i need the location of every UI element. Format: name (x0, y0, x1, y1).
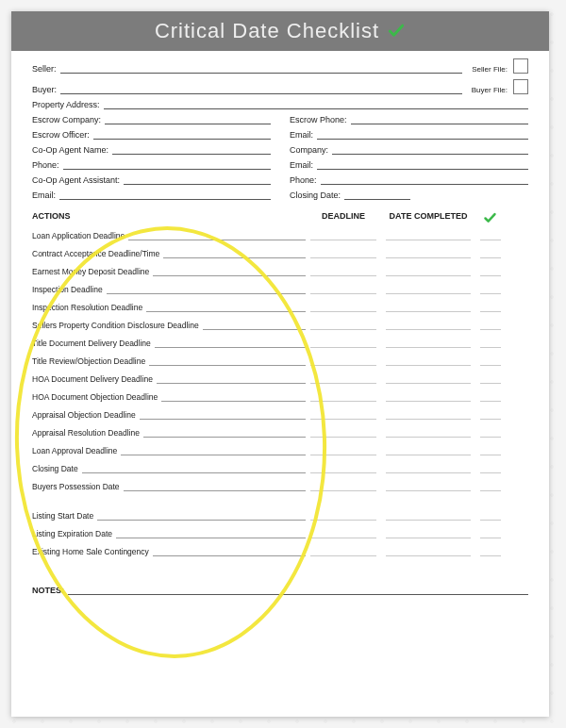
done-check-field[interactable] (480, 428, 501, 438)
info-input-line[interactable] (63, 160, 271, 170)
info-input-line[interactable] (105, 115, 271, 124)
date-completed-field[interactable] (386, 482, 471, 491)
action-label: Title Document Delivery Deadline (32, 339, 155, 348)
done-check-field[interactable] (480, 446, 501, 455)
done-check-field[interactable] (480, 464, 501, 473)
done-check-field[interactable] (480, 356, 501, 366)
date-completed-field[interactable] (386, 303, 471, 312)
seller-input-line[interactable] (60, 64, 463, 74)
page-title: Critical Date Checklist (155, 19, 379, 43)
info-label: Escrow Officer: (32, 130, 90, 140)
deadline-field[interactable] (310, 410, 376, 420)
date-completed-field[interactable] (386, 410, 471, 420)
title-banner: Critical Date Checklist (11, 11, 549, 51)
date-completed-field[interactable] (386, 464, 471, 473)
deadline-field[interactable] (310, 356, 376, 366)
action-row: Appraisal Resolution Deadline (32, 428, 528, 438)
date-completed-field[interactable] (386, 392, 471, 402)
date-completed-field[interactable] (386, 339, 471, 348)
info-label: Email: (290, 160, 313, 170)
done-check-field[interactable] (480, 339, 501, 348)
deadline-field[interactable] (310, 392, 376, 402)
info-label: Co-Op Agent Name: (32, 145, 108, 155)
action-row: Title Document Delivery Deadline (32, 339, 528, 348)
deadline-field[interactable] (310, 231, 376, 240)
deadline-field[interactable] (310, 267, 376, 276)
buyer-file-checkbox[interactable] (513, 79, 528, 94)
done-check-field[interactable] (480, 529, 501, 538)
deadline-field[interactable] (310, 446, 376, 455)
property-address-line[interactable] (104, 100, 528, 109)
deadline-field[interactable] (310, 482, 376, 491)
deadline-field[interactable] (310, 339, 376, 348)
date-completed-field[interactable] (386, 547, 471, 556)
date-completed-field[interactable] (386, 511, 471, 521)
info-input-line[interactable] (317, 130, 528, 140)
notes-line[interactable] (68, 586, 528, 595)
action-label: Inspection Deadline (32, 285, 107, 294)
deadline-field[interactable] (310, 303, 376, 312)
date-completed-field[interactable] (386, 374, 471, 384)
property-address-row: Property Address: (32, 100, 528, 109)
info-input-line[interactable] (321, 175, 528, 185)
done-check-field[interactable] (480, 392, 501, 402)
seller-file-checkbox[interactable] (513, 58, 528, 74)
done-check-field[interactable] (480, 547, 501, 556)
done-check-field[interactable] (480, 303, 501, 312)
date-completed-field[interactable] (386, 231, 471, 240)
deadline-field[interactable] (310, 464, 376, 473)
group-gap (32, 500, 528, 511)
info-label: Email: (32, 190, 56, 200)
checkmark-icon (387, 22, 406, 41)
done-check-field[interactable] (480, 231, 501, 240)
deadline-field[interactable] (310, 321, 376, 330)
date-completed-field[interactable] (386, 446, 471, 455)
action-row: Inspection Deadline (32, 285, 528, 294)
info-label: Escrow Company: (32, 115, 101, 124)
deadline-field[interactable] (310, 249, 376, 258)
deadline-field[interactable] (310, 511, 376, 521)
date-completed-field[interactable] (386, 285, 471, 294)
date-completed-field[interactable] (386, 529, 471, 538)
action-label-cell: Contract Acceptance Deadline/Time (32, 249, 306, 258)
done-check-field[interactable] (480, 249, 501, 258)
action-underline (203, 321, 306, 330)
right-column: Escrow Phone:Email:Company:Email:Phone:C… (290, 115, 528, 206)
date-completed-field[interactable] (386, 356, 471, 366)
deadline-field[interactable] (310, 428, 376, 438)
action-row: Loan Application Deadline (32, 231, 528, 240)
stage: Critical Date Checklist Seller: Seller F… (0, 0, 566, 728)
action-underline (163, 249, 306, 258)
date-completed-field[interactable] (386, 267, 471, 276)
notes-gap (32, 565, 528, 576)
done-check-field[interactable] (480, 511, 501, 521)
buyer-input-line[interactable] (60, 85, 462, 94)
info-row: Phone: (32, 160, 271, 170)
done-check-field[interactable] (480, 321, 501, 330)
date-completed-field[interactable] (386, 249, 471, 258)
done-check-field[interactable] (480, 410, 501, 420)
info-input-line[interactable] (93, 130, 271, 140)
deadline-field[interactable] (310, 374, 376, 384)
info-input-line[interactable] (59, 190, 271, 200)
date-completed-field[interactable] (386, 428, 471, 438)
action-label: Title Review/Objection Deadline (32, 356, 149, 366)
deadline-field[interactable] (310, 547, 376, 556)
info-input-line[interactable] (317, 160, 528, 170)
info-input-line[interactable] (124, 175, 271, 185)
action-row: Sellers Property Condition Disclosure De… (32, 321, 528, 330)
info-input-line[interactable] (332, 145, 528, 155)
done-check-field[interactable] (480, 374, 501, 384)
done-check-field[interactable] (480, 285, 501, 294)
date-completed-field[interactable] (386, 321, 471, 330)
done-check-field[interactable] (480, 482, 501, 491)
info-row: Email: (32, 190, 271, 200)
info-input-line[interactable] (112, 145, 271, 155)
done-check-field[interactable] (480, 267, 501, 276)
deadline-field[interactable] (310, 529, 376, 538)
action-label: Sellers Property Condition Disclosure De… (32, 321, 203, 330)
info-input-line[interactable] (351, 115, 528, 124)
action-label-cell: Closing Date (32, 464, 306, 473)
deadline-field[interactable] (310, 285, 376, 294)
info-input-line[interactable] (344, 190, 410, 200)
